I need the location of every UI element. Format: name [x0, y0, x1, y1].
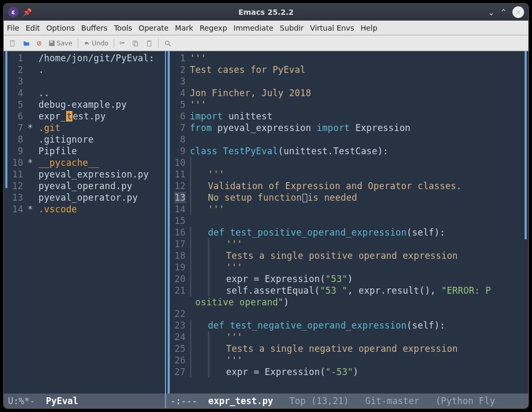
modeline-code-mode: (Python Fly — [436, 396, 496, 406]
editor-area: 1 2 3 4 5 6 7 8 91011121314 /home/jon/gi… — [4, 51, 528, 408]
save-label: Save — [57, 40, 72, 47]
code-line[interactable]: Jon Fincher, July 2018 — [190, 87, 523, 99]
dired-buffer[interactable]: 1 2 3 4 5 6 7 8 91011121314 /home/jon/gi… — [4, 51, 165, 394]
list-item[interactable]: pyeval_operator.py — [27, 192, 165, 203]
menu-subdir[interactable]: Subdir — [280, 24, 304, 32]
list-item[interactable]: * .vscode — [27, 203, 165, 215]
code-line[interactable] — [190, 76, 523, 87]
list-item[interactable]: pyeval_operand.py — [27, 180, 165, 192]
modeline-code-vc: Git-master — [365, 396, 419, 406]
menubar: File Edit Options Buffers Tools Operate … — [4, 21, 528, 35]
modeline-dired[interactable]: U:%*- PyEval — [4, 394, 165, 408]
code-content[interactable]: '''Test cases for PyEvalJon Fincher, Jul… — [189, 51, 523, 394]
list-item[interactable]: pyeval_expression.py — [27, 168, 165, 180]
emacs-app-icon: ε — [8, 7, 19, 17]
maximize-icon[interactable]: ⌃ — [500, 7, 507, 17]
modeline-code-pos: Top (13,21) — [289, 396, 349, 406]
code-line[interactable]: Tests a single positive operand expressi… — [190, 250, 523, 261]
close-file-icon[interactable]: ⊘ — [34, 39, 44, 48]
dired-content[interactable]: /home/jon/git/PyEval: . .. debug-example… — [26, 51, 165, 394]
code-fringe-right — [523, 51, 528, 394]
code-line[interactable]: self.assertEqual("53 ", expr.result(), "… — [190, 285, 523, 296]
code-line[interactable]: ''' — [190, 203, 523, 215]
menu-regexp[interactable]: Regexp — [199, 24, 227, 32]
code-line[interactable]: Test cases for PyEval — [190, 64, 523, 76]
open-folder-icon[interactable] — [21, 39, 32, 48]
code-line[interactable]: class TestPyEval(unittest.TestCase): — [190, 145, 523, 157]
emacs-window: ε 📌 Emacs 25.2.2 ⌄ ⌃ ✕ File Edit Options… — [3, 3, 529, 409]
menu-mark[interactable]: Mark — [175, 24, 194, 32]
list-item[interactable]: expr_test.py — [27, 110, 165, 122]
code-line[interactable] — [190, 308, 523, 320]
svg-point-8 — [165, 41, 169, 44]
menu-immediate[interactable]: Immediate — [234, 24, 273, 32]
paste-icon[interactable] — [143, 39, 155, 48]
copy-icon[interactable] — [130, 39, 141, 48]
modeline-code-buffer: expr_test.py — [208, 396, 273, 406]
pane-code: 1 2 3 4 5 6 7 8 910111213141516171819202… — [166, 51, 528, 408]
code-line[interactable]: ''' — [190, 261, 523, 273]
list-item[interactable]: Pipfile — [27, 145, 165, 157]
toolbar: ⊘ Save Undo ✂ — [4, 35, 528, 51]
svg-rect-6 — [147, 41, 151, 46]
modeline-code-prefix: -:--- — [170, 396, 197, 406]
menu-options[interactable]: Options — [47, 24, 75, 32]
menu-help[interactable]: Help — [361, 24, 378, 32]
code-line[interactable]: Tests a single negative operand expressi… — [190, 343, 523, 354]
svg-rect-3 — [50, 41, 53, 43]
minimize-icon[interactable]: ⌄ — [488, 7, 494, 17]
list-item[interactable]: .. — [27, 87, 165, 99]
code-line[interactable]: ''' — [190, 238, 523, 250]
code-line[interactable] — [190, 157, 523, 168]
list-item[interactable]: * __pycache__ — [27, 157, 165, 168]
code-line[interactable] — [190, 215, 523, 227]
code-line[interactable]: ''' — [190, 168, 523, 180]
code-line[interactable]: No setup functionis needed — [190, 192, 523, 203]
undo-button[interactable]: Undo — [81, 39, 111, 48]
pane-dired: 1 2 3 4 5 6 7 8 91011121314 /home/jon/gi… — [4, 51, 165, 408]
svg-rect-0 — [11, 40, 14, 46]
list-item[interactable]: .gitignore — [27, 134, 165, 145]
code-line[interactable]: from pyeval_expression import Expression — [190, 122, 523, 134]
undo-label: Undo — [92, 40, 108, 47]
code-line[interactable]: ositive operand") — [190, 296, 523, 308]
list-item[interactable] — [27, 76, 165, 87]
save-button[interactable]: Save — [46, 39, 74, 48]
code-line[interactable]: Validation of Expression and Operator cl… — [190, 180, 523, 192]
menu-tools[interactable]: Tools — [114, 24, 132, 32]
menu-operate[interactable]: Operate — [139, 24, 169, 32]
cut-icon[interactable]: ✂ — [117, 38, 127, 48]
list-item[interactable]: . — [27, 64, 165, 76]
menu-virtualenvs[interactable]: Virtual Envs — [310, 24, 354, 32]
menu-buffers[interactable]: Buffers — [81, 24, 108, 32]
code-line[interactable]: ''' — [190, 52, 523, 64]
code-line[interactable]: expr = Expression("-53") — [190, 366, 523, 378]
svg-line-9 — [169, 44, 171, 46]
modeline-dired-prefix: U:%*- — [8, 396, 35, 406]
code-line[interactable]: def test_negative_operand_expression(sel… — [190, 320, 523, 331]
dired-gutter: 1 2 3 4 5 6 7 8 91011121314 — [9, 51, 26, 394]
code-line[interactable]: ''' — [190, 99, 523, 110]
code-gutter: 1 2 3 4 5 6 7 8 910111213141516171819202… — [171, 51, 189, 394]
svg-rect-7 — [148, 40, 150, 41]
menu-edit[interactable]: Edit — [25, 24, 40, 32]
code-buffer[interactable]: 1 2 3 4 5 6 7 8 910111213141516171819202… — [166, 51, 528, 394]
modeline-code[interactable]: -:--- expr_test.py Top (13,21) Git-maste… — [166, 394, 528, 408]
titlebar[interactable]: ε 📌 Emacs 25.2.2 ⌄ ⌃ ✕ — [4, 4, 528, 21]
code-line[interactable]: import unittest — [190, 110, 523, 122]
close-icon[interactable]: ✕ — [512, 6, 524, 18]
list-item[interactable]: debug-example.py — [27, 99, 165, 110]
code-line[interactable]: def test_positive_operand_expression(sel… — [190, 227, 523, 238]
menu-file[interactable]: File — [7, 24, 19, 32]
list-item[interactable]: /home/jon/git/PyEval: — [27, 52, 165, 64]
pin-icon[interactable]: 📌 — [23, 8, 32, 16]
new-file-icon[interactable] — [7, 39, 19, 48]
window-title: Emacs 25.2.2 — [239, 8, 294, 16]
list-item[interactable]: * .git — [27, 122, 165, 134]
code-line[interactable] — [190, 134, 523, 145]
code-line[interactable]: ''' — [190, 331, 523, 343]
code-line[interactable]: ''' — [190, 354, 523, 366]
search-icon[interactable] — [162, 39, 173, 48]
text-cursor — [302, 194, 307, 202]
code-line[interactable]: expr = Expression("53") — [190, 273, 523, 285]
